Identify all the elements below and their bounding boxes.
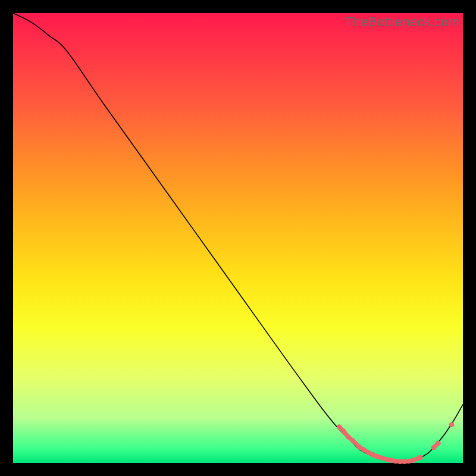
curve-marker [406, 459, 412, 464]
curve-marker [393, 459, 398, 464]
chart-frame: TheBottleneck.com [13, 13, 463, 463]
curve-marker [346, 434, 351, 440]
curve-marker [357, 444, 362, 450]
curve-marker [384, 457, 389, 462]
curve-marker [431, 445, 437, 450]
curve-marker [375, 454, 380, 459]
curve-marker [371, 452, 376, 458]
chart-svg [13, 13, 463, 463]
curve-marker [418, 455, 423, 461]
curve-marker [341, 429, 346, 434]
curve-markers [337, 422, 455, 464]
curve-marker [337, 424, 342, 430]
curve-marker [411, 458, 416, 463]
curve-marker [402, 459, 407, 464]
curve-marker [350, 438, 356, 443]
curve-marker [389, 458, 394, 463]
curve-marker [449, 422, 455, 427]
curve-marker [361, 447, 367, 453]
bottleneck-curve [13, 13, 463, 462]
curve-marker [436, 440, 441, 446]
curve-marker [380, 455, 385, 461]
curve-marker [366, 450, 371, 455]
curve-marker [397, 459, 403, 464]
